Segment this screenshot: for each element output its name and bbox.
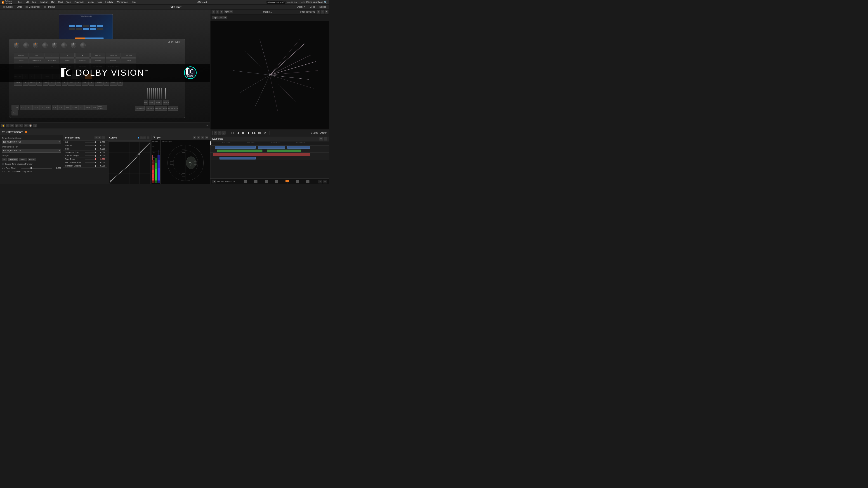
tap-tempo-btn[interactable]: TAP TEMPO: [44, 58, 59, 63]
viewer-btn[interactable]: Viewer: [84, 105, 92, 110]
hsl-btn[interactable]: HSL: [29, 53, 44, 58]
custom-btn[interactable]: CUSTOM: [14, 53, 29, 58]
link-btn[interactable]: LINK 2: [149, 100, 154, 105]
fusion-tab[interactable]: [274, 180, 279, 184]
analyze-all-btn[interactable]: All: [2, 158, 7, 161]
knob-4[interactable]: [42, 42, 48, 48]
select-tool[interactable]: ↔: [6, 124, 9, 127]
fader-2[interactable]: [149, 88, 150, 99]
curves-ctrl-3[interactable]: ⋯: [147, 136, 149, 139]
stop-btn[interactable]: ⏹: [241, 131, 245, 135]
pt-gain-slider[interactable]: [85, 149, 96, 149]
step-back-btn[interactable]: ◀: [236, 131, 240, 135]
knob-6[interactable]: [61, 42, 67, 48]
knob-3[interactable]: [33, 42, 38, 48]
fairlight-tab[interactable]: [295, 180, 300, 184]
go-start-btn[interactable]: ⏮: [230, 131, 235, 135]
clips-tab[interactable]: Clips: [212, 16, 219, 19]
media-tab[interactable]: [243, 180, 248, 184]
search-icon[interactable]: 🔍: [324, 1, 327, 4]
metronome-btn[interactable]: METRONOME: [29, 58, 44, 63]
viewer-ctrl-3[interactable]: ↺: [324, 10, 328, 13]
video-clip-1[interactable]: [215, 146, 256, 149]
pt-more-btn[interactable]: ⋯: [102, 136, 105, 139]
knob-1[interactable]: [14, 42, 19, 48]
settings-btn[interactable]: ⚙: [318, 180, 322, 184]
paste-grade-btn[interactable]: Paste Grade: [121, 53, 136, 58]
pan-btn[interactable]: Pan: [60, 53, 74, 58]
curves-ctrl-2[interactable]: ·: [143, 136, 146, 139]
session-btn[interactable]: SESSION: [106, 58, 121, 63]
pen-tool[interactable]: ✏: [24, 124, 28, 127]
video-clip-3[interactable]: [287, 146, 310, 149]
viewer-ctrl-1[interactable]: ⊞: [317, 10, 320, 13]
sends-btn[interactable]: SENDS: [14, 58, 29, 63]
eye-icon[interactable]: 👁: [205, 124, 209, 127]
play-btn[interactable]: ▶: [247, 131, 251, 135]
cut-tab[interactable]: [253, 180, 258, 184]
type-btn[interactable]: Type: [64, 105, 71, 110]
curves-ctrl-1[interactable]: ·: [140, 136, 143, 139]
pt-highlight-slider[interactable]: [85, 166, 96, 166]
rotate-tool[interactable]: ↺: [10, 124, 14, 127]
scope-layout-btn-1[interactable]: ⊞: [193, 136, 196, 139]
khl-btn[interactable]: K.HL: [58, 105, 64, 110]
magic-wand-tool[interactable]: ⌚: [29, 124, 32, 127]
fader-6[interactable]: [157, 88, 158, 99]
color-tab[interactable]: [285, 180, 289, 184]
viewer-fullscreen-btn[interactable]: ⊡: [212, 10, 215, 13]
audio-clip-1[interactable]: [213, 153, 310, 156]
analyze-selected-btn[interactable]: Selected: [8, 158, 18, 161]
edit-tab[interactable]: [264, 180, 269, 184]
blade-tool-btn[interactable]: ✂: [218, 131, 221, 135]
menu-trim[interactable]: Trim: [31, 0, 38, 4]
hand-tool[interactable]: ✋: [1, 124, 5, 127]
fl-btn[interactable]: FL: [26, 105, 32, 110]
clips-btn[interactable]: Clips: [309, 5, 316, 8]
curves-canvas[interactable]: [108, 141, 150, 184]
nodes-btn[interactable]: Nodes: [318, 5, 327, 8]
tempo-btn[interactable]: TEMPO: [60, 58, 74, 63]
video-clip-4[interactable]: [217, 150, 262, 152]
pt-tonedetail-slider[interactable]: [85, 159, 96, 160]
clipdev-view-btn[interactable]: CLIP/DEV VIEW: [155, 106, 167, 111]
dev-lock-btn[interactable]: DEV LOCK: [146, 106, 154, 111]
dev-onoff-btn[interactable]: DEV ON/OFF: [135, 106, 145, 111]
nodes-tab[interactable]: Nodes: [219, 16, 227, 19]
openfx-btn[interactable]: OpenFX: [296, 5, 307, 8]
fader-8[interactable]: [161, 88, 162, 99]
scope-layout-btn-2[interactable]: ⊟: [197, 136, 200, 139]
zoom-display[interactable]: 48% ▼: [224, 10, 233, 13]
fader-7[interactable]: [159, 88, 160, 99]
viewer-ctrl-2[interactable]: ▶: [321, 10, 324, 13]
knob-8[interactable]: [80, 42, 86, 48]
menu-view[interactable]: View: [65, 0, 73, 4]
menu-timeline[interactable]: Timeline: [38, 0, 49, 4]
pt-chromaweight-slider[interactable]: [85, 156, 96, 156]
menu-file[interactable]: File: [17, 0, 23, 4]
mid-tone-slider[interactable]: [21, 168, 52, 168]
tl-btn[interactable]: TL: [40, 105, 44, 110]
luts-btn[interactable]: LUTs: [16, 5, 24, 8]
timeline-btn[interactable]: Timeline: [42, 5, 56, 8]
fader-4[interactable]: [153, 88, 154, 99]
kw-btn[interactable]: K.W: [52, 105, 58, 110]
fullscreen-btn[interactable]: ⊡: [323, 180, 327, 184]
pt-lift-slider[interactable]: [85, 142, 96, 142]
deliver-tab[interactable]: [305, 180, 310, 184]
knob-2[interactable]: [23, 42, 29, 48]
fader-1[interactable]: [147, 88, 148, 99]
launch-btn[interactable]: LAUNCH: [121, 58, 136, 63]
viewer-split-btn[interactable]: ⊠: [220, 10, 223, 13]
record-btn[interactable]: RECORD: [90, 58, 105, 63]
scope-layout-btn-3[interactable]: ⊠: [201, 136, 204, 139]
pt-options-btn[interactable]: ▼: [98, 136, 101, 139]
menu-fusion[interactable]: Fusion: [86, 0, 95, 4]
video-clip-6[interactable]: [219, 157, 256, 160]
circle-btn[interactable]: ○: [44, 53, 59, 58]
mask-btn[interactable]: MASK 4: [163, 100, 169, 105]
node-tool[interactable]: ⬡: [20, 124, 23, 127]
zoom-tool[interactable]: ◎: [15, 124, 19, 127]
tone-mapping-checkbox[interactable]: ✓: [2, 163, 4, 165]
mute-btn[interactable]: Mute: [11, 110, 18, 116]
